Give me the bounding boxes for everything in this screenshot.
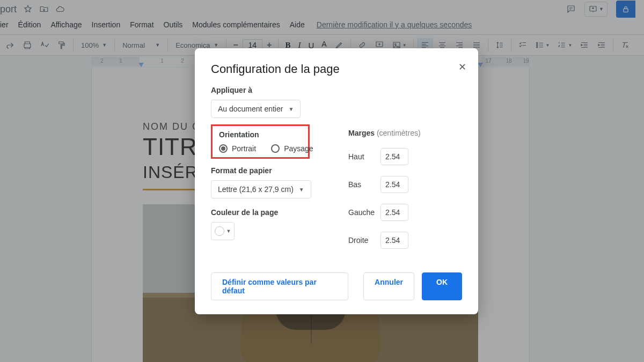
paper-size-label: Format de papier: [211, 166, 324, 175]
chevron-down-icon: ▼: [288, 106, 294, 112]
chevron-down-icon: ▼: [226, 228, 231, 234]
orientation-portrait-text: Portrait: [232, 144, 256, 153]
orientation-highlight: Orientation Portrait Paysage: [211, 124, 310, 159]
margin-bottom-label: Bas: [348, 180, 380, 189]
margin-top-label: Haut: [348, 152, 380, 161]
close-icon[interactable]: ✕: [458, 61, 466, 73]
color-swatch-icon: [215, 226, 224, 236]
page-color-label: Couleur de la page: [211, 208, 324, 217]
radio-unchecked-icon: [271, 144, 280, 153]
margins-label: Marges (centimètres): [348, 129, 462, 137]
orientation-portrait-radio[interactable]: Portrait: [219, 144, 256, 153]
margin-right-label: Droite: [348, 236, 380, 245]
margin-top-input[interactable]: [380, 148, 408, 165]
orientation-landscape-text: Paysage: [284, 144, 313, 153]
margin-left-input[interactable]: [380, 204, 408, 221]
apply-to-value: Au document entier: [218, 105, 283, 113]
cancel-button[interactable]: Annuler: [363, 272, 414, 300]
margin-right-input[interactable]: [380, 232, 408, 249]
chevron-down-icon: ▼: [299, 187, 304, 193]
set-default-button[interactable]: Définir comme valeurs par défaut: [211, 272, 348, 300]
radio-checked-icon: [219, 144, 228, 153]
orientation-label: Orientation: [219, 130, 302, 139]
page-setup-dialog: Configuration de la page ✕ Appliquer à A…: [195, 48, 478, 314]
apply-to-select[interactable]: Au document entier ▼: [211, 100, 301, 118]
paper-size-value: Lettre (21,6 x 27,9 cm): [218, 185, 294, 194]
dialog-title: Configuration de la page: [211, 62, 462, 76]
margin-bottom-input[interactable]: [380, 176, 408, 193]
ok-button[interactable]: OK: [422, 272, 462, 300]
apply-to-label: Appliquer à: [211, 86, 462, 94]
paper-size-select[interactable]: Lettre (21,6 x 27,9 cm) ▼: [211, 180, 311, 198]
page-color-select[interactable]: ▼: [211, 222, 235, 240]
margin-left-label: Gauche: [348, 208, 380, 217]
orientation-landscape-radio[interactable]: Paysage: [271, 144, 313, 153]
